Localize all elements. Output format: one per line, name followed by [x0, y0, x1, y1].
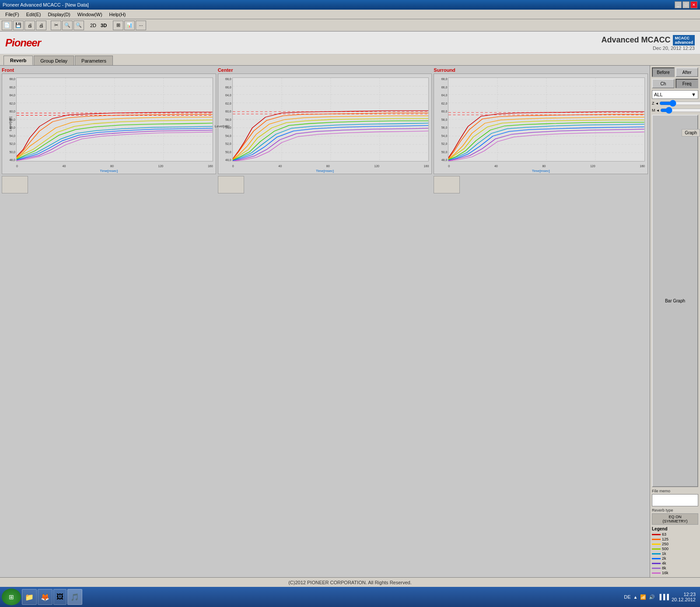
m-left-arrow-icon[interactable]: ◄ — [656, 109, 660, 112]
legend-color-2k — [652, 558, 661, 559]
legend-color-4k — [652, 563, 661, 564]
graph-container-center: 68,066,064,062,060,0 58,056,054,052,050,… — [218, 74, 432, 174]
legend-item-125: 125 — [652, 537, 698, 541]
legend-label-1k: 1k — [662, 551, 666, 556]
legend-label-500: 500 — [662, 547, 668, 551]
graph-panel-surround: Surround 68,066,064,062,060,0 58,056,054… — [434, 67, 648, 322]
graph-y-label-front: Level[dB] — [8, 116, 12, 131]
after-button[interactable]: After — [676, 67, 698, 77]
start-button[interactable]: ⊞ — [2, 589, 21, 605]
toolbar-save[interactable]: 💾 — [13, 21, 24, 30]
menu-display[interactable]: Display(D) — [44, 11, 74, 18]
right-panel: Before After Ch Freq ALL ▼ Z ◄ ► M ◄ — [650, 66, 700, 577]
ch-button[interactable]: Ch — [652, 79, 675, 88]
app-header: Pioneer Advanced MCACC MCACCadvanced Dec… — [0, 32, 700, 54]
mcacc-logo: MCACCadvanced — [673, 35, 695, 46]
legend-color-16k — [652, 572, 661, 574]
graphs-row: Front 68,066,064,062,060,0 58,056,054,05… — [2, 67, 648, 322]
toolbar: 📄 💾 🖨 🖨 ✂ 🔍 🔍 2D 3D ⊞ 📊 ··· — [0, 19, 700, 32]
legend-color-1k — [652, 553, 661, 554]
graph-preview-front — [2, 176, 28, 193]
taskbar: ⊞ 📁 🦊 🖼 🎵 DE ▲ 📶 🔊 ▐▐▐ 12:23 20.12.2012 — [0, 587, 700, 607]
legend-item-250: 250 — [652, 542, 698, 546]
tab-reverb[interactable]: Reverb — [4, 56, 33, 65]
tray-expand-icon[interactable]: ▲ — [634, 595, 638, 600]
tab-bar: Reverb Group Delay Parameters — [0, 54, 700, 66]
menu-edit[interactable]: Edit(E) — [23, 11, 45, 18]
toolbar-print[interactable]: 🖨 — [24, 21, 35, 30]
graph-panel-center: Center 68,066,064,062,060,0 58,056,054,0… — [218, 67, 432, 322]
legend-label-250: 250 — [662, 542, 668, 546]
m-slider-row: M ◄ — [652, 108, 698, 113]
legend-color-250 — [652, 544, 661, 545]
reverb-type-box: EQ ON (SYMMETRY) — [652, 513, 698, 525]
z-label: Z — [652, 101, 654, 105]
tab-group-delay[interactable]: Group Delay — [34, 56, 74, 65]
bar-graph-button[interactable]: Bar Graph — [652, 115, 698, 487]
toolbar-print2[interactable]: 🖨 — [36, 21, 46, 30]
menu-help[interactable]: Help(H) — [106, 11, 130, 18]
maximize-button[interactable]: □ — [682, 1, 690, 8]
menu-file[interactable]: File(F) — [2, 11, 23, 18]
legend-color-8k — [652, 568, 661, 569]
graph-panel-front: Front 68,066,064,062,060,0 58,056,054,05… — [2, 67, 216, 322]
before-button[interactable]: Before — [652, 67, 675, 77]
toolbar-cut[interactable]: ✂ — [51, 21, 61, 30]
graph-container-front: 68,066,064,062,060,0 58,056,054,052,050,… — [2, 74, 216, 174]
legend-item-1k: 1k — [652, 551, 698, 556]
z-slider-row: Z ◄ ► — [652, 101, 698, 106]
legend-label-125: 125 — [662, 537, 668, 541]
app-title: Advanced MCACC — [601, 35, 670, 45]
legend-label-16k: 16k — [662, 571, 668, 575]
graph-label: Graph — [682, 129, 700, 137]
minimize-button[interactable]: _ — [675, 1, 682, 8]
z-slider[interactable] — [659, 101, 700, 106]
ch-freq-row: Ch Freq — [652, 79, 698, 88]
toolbar-zoom1[interactable]: 🔍 — [62, 21, 73, 30]
taskbar-explorer[interactable]: 📁 — [22, 589, 37, 605]
tab-parameters[interactable]: Parameters — [75, 56, 113, 65]
file-memo-section: File memo — [652, 489, 698, 506]
window-title: Pioneer Advanced MCACC - [New Data] — [3, 2, 89, 7]
m-slider[interactable] — [660, 108, 700, 113]
tray-volume-icon[interactable]: 🔊 — [649, 594, 655, 600]
menu-window[interactable]: Window(W) — [74, 11, 106, 18]
legend-item-63: 63 — [652, 532, 698, 537]
app-title-area: Advanced MCACC MCACCadvanced Dec 20, 201… — [601, 35, 695, 51]
graph-title-center: Center — [218, 67, 432, 73]
toolbar-chart[interactable]: 📊 — [124, 21, 135, 30]
locale-indicator: DE — [624, 594, 630, 600]
graph-x-label-front: Time[msec] — [100, 169, 118, 173]
toolbar-3d[interactable]: 3D — [99, 23, 108, 28]
taskbar-mcacc[interactable]: 🎵 — [67, 589, 82, 605]
file-memo-box[interactable] — [652, 494, 698, 506]
graph-container-surround: 68,066,064,062,060,0 58,056,054,052,050,… — [434, 74, 648, 174]
taskbar-firefox[interactable]: 🦊 — [38, 589, 52, 605]
all-dropdown[interactable]: ALL ▼ — [652, 90, 698, 99]
freq-button[interactable]: Freq — [676, 79, 698, 88]
toolbar-new[interactable]: 📄 — [2, 21, 12, 30]
symmetry-label: (SYMMETRY) — [653, 519, 697, 523]
toolbar-2d[interactable]: 2D — [88, 23, 98, 28]
legend-item-500: 500 — [652, 547, 698, 551]
legend-label-8k: 8k — [662, 566, 666, 570]
before-after-row: Before After — [652, 67, 698, 77]
taskbar-clock: 12:23 20.12.2012 — [672, 592, 696, 602]
menu-bar: File(F) Edit(E) Display(D) Window(W) Hel… — [0, 10, 700, 19]
reverb-type-section: Reverb type EQ ON (SYMMETRY) — [652, 508, 698, 525]
m-label: M — [652, 108, 655, 112]
legend-color-500 — [652, 548, 661, 550]
left-arrow-icon[interactable]: ◄ — [655, 102, 659, 105]
toolbar-more[interactable]: ··· — [136, 21, 146, 30]
eq-on-label: EQ ON — [653, 515, 697, 519]
taskbar-photos[interactable]: 🖼 — [53, 589, 66, 605]
graph-title-surround: Surround — [434, 67, 648, 73]
graph-x-label-surround: Time[msec] — [532, 169, 550, 173]
legend-title: Legend — [652, 526, 698, 531]
close-button[interactable]: ✕ — [690, 1, 697, 8]
toolbar-zoom2[interactable]: 🔍 — [74, 21, 84, 30]
graph-y-label-center: Level[dB] — [214, 124, 229, 128]
toolbar-table[interactable]: ⊞ — [113, 21, 123, 30]
dropdown-arrow-icon: ▼ — [691, 92, 696, 97]
status-text: (C)2012 PIONEER CORPORATION. All Rights … — [288, 580, 412, 585]
